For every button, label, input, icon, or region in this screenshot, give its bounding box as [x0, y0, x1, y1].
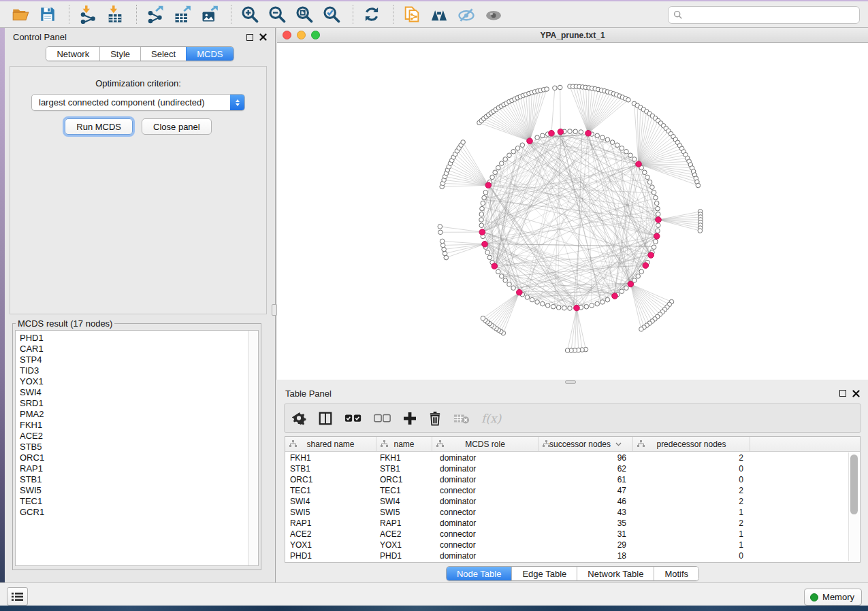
- zoom-in-button[interactable]: [238, 3, 262, 26]
- tab-network[interactable]: Network: [46, 47, 99, 61]
- memory-button[interactable]: Memory: [804, 589, 862, 606]
- sort-descending-icon: [615, 442, 622, 446]
- criterion-select[interactable]: largest connected component (undirected): [31, 94, 245, 111]
- open-folder-button[interactable]: [8, 3, 33, 26]
- column-header-shared-name[interactable]: shared name: [285, 437, 376, 451]
- control-panel-titlebar: Control Panel: [5, 28, 275, 46]
- table-row[interactable]: YOX1YOX1connector291: [285, 540, 848, 550]
- column-header-predecessor-nodes[interactable]: predecessor nodes: [633, 437, 750, 451]
- export-network-button[interactable]: [143, 3, 167, 26]
- mcds-result-item[interactable]: SWI5: [20, 485, 248, 496]
- mcds-result-item[interactable]: PHD1: [20, 333, 248, 344]
- import-table-button[interactable]: [103, 3, 127, 26]
- column-header-mcds-role[interactable]: MCDS role: [432, 437, 539, 451]
- save-icon: [39, 5, 57, 23]
- tab-node-table[interactable]: Node Table: [447, 567, 512, 580]
- zoom-selected-button[interactable]: [319, 3, 344, 26]
- find-network-button[interactable]: [427, 3, 451, 26]
- cell-shared-name: STB1: [285, 463, 376, 474]
- cell-shared-name: ORC1: [285, 474, 376, 485]
- table-row[interactable]: STB1STB1dominator620: [285, 463, 848, 474]
- function-builder-button[interactable]: f(x): [481, 407, 501, 430]
- select-stepper-icon: [230, 95, 244, 110]
- table-row[interactable]: FKH1FKH1dominator962: [285, 452, 848, 463]
- search-input[interactable]: [686, 8, 859, 22]
- mcds-result-item[interactable]: YOX1: [20, 376, 248, 387]
- cell-predecessor-nodes: 2: [633, 452, 750, 463]
- attribute-type-icon: [543, 440, 550, 448]
- column-header-successor-nodes[interactable]: successor nodes: [539, 437, 633, 451]
- tab-edge-table[interactable]: Edge Table: [511, 567, 577, 580]
- import-network-button[interactable]: [76, 3, 100, 26]
- network-graph[interactable]: [277, 44, 868, 380]
- tab-select[interactable]: Select: [140, 47, 186, 61]
- mcds-result-scrollbar[interactable]: [248, 331, 258, 565]
- zoom-out-button[interactable]: [265, 3, 289, 26]
- float-panel-icon[interactable]: [246, 34, 253, 41]
- mcds-result-item[interactable]: SRD1: [20, 398, 248, 409]
- cell-predecessor-nodes: 1: [633, 529, 750, 540]
- mcds-result-item[interactable]: STB5: [20, 442, 248, 452]
- mcds-result-item[interactable]: PMA2: [20, 409, 248, 420]
- mcds-result-item[interactable]: RAP1: [20, 463, 248, 474]
- close-table-panel-icon[interactable]: [852, 390, 860, 397]
- mcds-result-item[interactable]: FKH1: [20, 420, 248, 431]
- zoom-in-icon: [240, 5, 259, 24]
- mcds-result-item[interactable]: CAR1: [20, 344, 248, 354]
- delete-table-button[interactable]: [453, 407, 470, 430]
- mcds-result-item[interactable]: TEC1: [20, 496, 248, 507]
- mcds-result-item[interactable]: ORC1: [20, 452, 248, 463]
- close-panel-icon[interactable]: [259, 33, 267, 41]
- table-row[interactable]: SWI4SWI4dominator462: [285, 496, 848, 507]
- close-panel-button[interactable]: Close panel: [142, 118, 212, 135]
- add-column-button[interactable]: [403, 407, 417, 430]
- table-row[interactable]: ORC1ORC1dominator610: [285, 474, 848, 485]
- run-mcds-button[interactable]: Run MCDS: [65, 118, 133, 135]
- save-session-button[interactable]: [35, 3, 60, 26]
- table-scrollbar-thumb[interactable]: [850, 455, 858, 514]
- table-row[interactable]: SWI5SWI5connector431: [285, 507, 848, 518]
- export-image-button[interactable]: [197, 3, 222, 26]
- cell-name: TEC1: [376, 485, 432, 496]
- table-row[interactable]: PHD1PHD1dominator180: [285, 550, 848, 561]
- table-row[interactable]: TEC1TEC1connector472: [285, 485, 848, 496]
- cell-mcds-role: dominator: [432, 518, 539, 529]
- table-row[interactable]: RAP1RAP1dominator352: [285, 518, 848, 529]
- mcds-result-item[interactable]: GCR1: [20, 507, 248, 518]
- vertical-splitter-handle[interactable]: [272, 304, 277, 316]
- table-row[interactable]: ACE2ACE2connector311: [285, 529, 848, 540]
- table-settings-button[interactable]: [292, 407, 306, 430]
- hide-selected-button[interactable]: [454, 3, 479, 26]
- cell-name: RAP1: [376, 518, 432, 529]
- panel-menu-button[interactable]: [7, 587, 28, 606]
- select-all-button[interactable]: [344, 407, 362, 430]
- tab-style[interactable]: Style: [99, 47, 140, 61]
- table-scrollbar[interactable]: [848, 452, 859, 561]
- tab-mcds[interactable]: MCDS: [186, 47, 233, 61]
- mcds-result-list[interactable]: PHD1CAR1STP4TID3YOX1SWI4SRD1PMA2FKH1ACE2…: [16, 331, 248, 565]
- split-columns-button[interactable]: [318, 407, 333, 430]
- mcds-result-item[interactable]: SWI4: [20, 387, 248, 398]
- export-table-button[interactable]: [170, 3, 195, 26]
- toolbar-separator: [136, 5, 137, 24]
- float-table-panel-icon[interactable]: [839, 390, 846, 397]
- show-all-button[interactable]: [481, 3, 506, 26]
- delete-table-icon: [453, 412, 470, 425]
- cell-mcds-role: connector: [432, 540, 539, 550]
- refresh-layout-button[interactable]: [359, 3, 384, 26]
- mcds-result-item[interactable]: STB1: [20, 474, 248, 485]
- delete-column-button[interactable]: [428, 407, 442, 430]
- column-header-name[interactable]: name: [376, 437, 432, 451]
- duplicate-network-button[interactable]: [400, 3, 424, 26]
- tab-motifs[interactable]: Motifs: [654, 567, 698, 580]
- tab-network-table[interactable]: Network Table: [577, 567, 654, 580]
- deselect-all-button[interactable]: [374, 407, 391, 430]
- network-canvas[interactable]: [277, 44, 868, 380]
- mcds-result-item[interactable]: ACE2: [20, 431, 248, 442]
- zoom-fit-button[interactable]: [292, 3, 317, 26]
- trash-icon: [428, 411, 442, 426]
- mcds-result-item[interactable]: STP4: [20, 354, 248, 365]
- mcds-result-item[interactable]: TID3: [20, 365, 248, 376]
- table-header-row: shared namenameMCDS rolesuccessor nodesp…: [285, 437, 860, 452]
- horizontal-splitter-handle[interactable]: [565, 380, 576, 384]
